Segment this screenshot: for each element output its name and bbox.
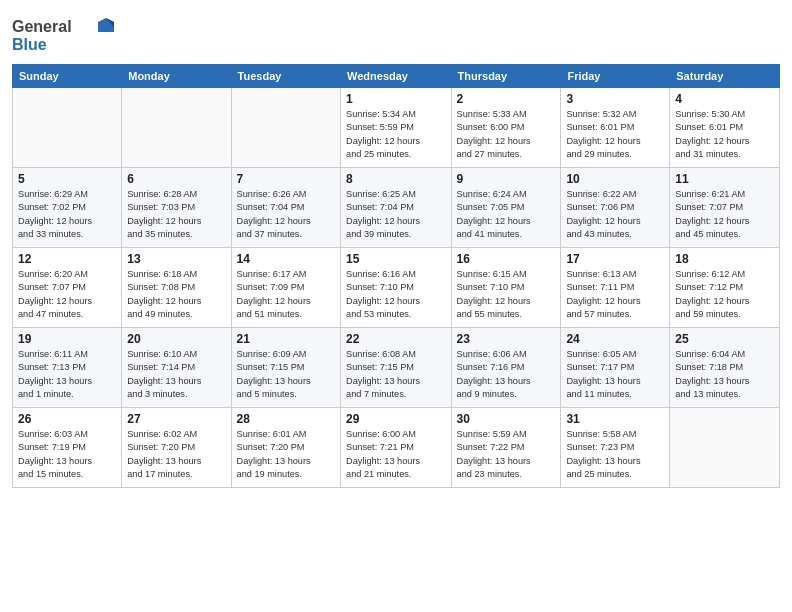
- calendar-cell: 18Sunrise: 6:12 AMSunset: 7:12 PMDayligh…: [670, 248, 780, 328]
- day-info: Sunrise: 6:08 AMSunset: 7:15 PMDaylight:…: [346, 348, 446, 401]
- day-number: 9: [457, 172, 556, 186]
- calendar-cell: 23Sunrise: 6:06 AMSunset: 7:16 PMDayligh…: [451, 328, 561, 408]
- calendar-cell: 13Sunrise: 6:18 AMSunset: 7:08 PMDayligh…: [122, 248, 231, 328]
- calendar-cell: [13, 88, 122, 168]
- day-info: Sunrise: 6:20 AMSunset: 7:07 PMDaylight:…: [18, 268, 116, 321]
- day-info: Sunrise: 6:09 AMSunset: 7:15 PMDaylight:…: [237, 348, 335, 401]
- svg-text:Blue: Blue: [12, 36, 47, 53]
- day-info: Sunrise: 6:26 AMSunset: 7:04 PMDaylight:…: [237, 188, 335, 241]
- day-number: 10: [566, 172, 664, 186]
- day-number: 6: [127, 172, 225, 186]
- weekday-header-row: SundayMondayTuesdayWednesdayThursdayFrid…: [13, 65, 780, 88]
- calendar-cell: 21Sunrise: 6:09 AMSunset: 7:15 PMDayligh…: [231, 328, 340, 408]
- day-number: 27: [127, 412, 225, 426]
- day-number: 15: [346, 252, 446, 266]
- calendar-cell: 29Sunrise: 6:00 AMSunset: 7:21 PMDayligh…: [341, 408, 452, 488]
- day-info: Sunrise: 6:22 AMSunset: 7:06 PMDaylight:…: [566, 188, 664, 241]
- day-info: Sunrise: 6:12 AMSunset: 7:12 PMDaylight:…: [675, 268, 774, 321]
- calendar-cell: 5Sunrise: 6:29 AMSunset: 7:02 PMDaylight…: [13, 168, 122, 248]
- calendar-cell: 16Sunrise: 6:15 AMSunset: 7:10 PMDayligh…: [451, 248, 561, 328]
- day-number: 28: [237, 412, 335, 426]
- day-info: Sunrise: 6:25 AMSunset: 7:04 PMDaylight:…: [346, 188, 446, 241]
- day-info: Sunrise: 6:06 AMSunset: 7:16 PMDaylight:…: [457, 348, 556, 401]
- day-number: 11: [675, 172, 774, 186]
- week-row-3: 12Sunrise: 6:20 AMSunset: 7:07 PMDayligh…: [13, 248, 780, 328]
- calendar-cell: [231, 88, 340, 168]
- day-info: Sunrise: 6:17 AMSunset: 7:09 PMDaylight:…: [237, 268, 335, 321]
- calendar-cell: 27Sunrise: 6:02 AMSunset: 7:20 PMDayligh…: [122, 408, 231, 488]
- day-number: 29: [346, 412, 446, 426]
- day-info: Sunrise: 5:32 AMSunset: 6:01 PMDaylight:…: [566, 108, 664, 161]
- day-number: 31: [566, 412, 664, 426]
- week-row-4: 19Sunrise: 6:11 AMSunset: 7:13 PMDayligh…: [13, 328, 780, 408]
- weekday-header-wednesday: Wednesday: [341, 65, 452, 88]
- calendar-cell: 28Sunrise: 6:01 AMSunset: 7:20 PMDayligh…: [231, 408, 340, 488]
- calendar-cell: 9Sunrise: 6:24 AMSunset: 7:05 PMDaylight…: [451, 168, 561, 248]
- day-number: 7: [237, 172, 335, 186]
- day-info: Sunrise: 6:24 AMSunset: 7:05 PMDaylight:…: [457, 188, 556, 241]
- calendar-cell: 26Sunrise: 6:03 AMSunset: 7:19 PMDayligh…: [13, 408, 122, 488]
- svg-text:General: General: [12, 18, 72, 35]
- day-number: 25: [675, 332, 774, 346]
- week-row-5: 26Sunrise: 6:03 AMSunset: 7:19 PMDayligh…: [13, 408, 780, 488]
- calendar-cell: 1Sunrise: 5:34 AMSunset: 5:59 PMDaylight…: [341, 88, 452, 168]
- day-number: 4: [675, 92, 774, 106]
- calendar-cell: [670, 408, 780, 488]
- calendar-cell: 12Sunrise: 6:20 AMSunset: 7:07 PMDayligh…: [13, 248, 122, 328]
- day-info: Sunrise: 6:11 AMSunset: 7:13 PMDaylight:…: [18, 348, 116, 401]
- week-row-2: 5Sunrise: 6:29 AMSunset: 7:02 PMDaylight…: [13, 168, 780, 248]
- day-number: 24: [566, 332, 664, 346]
- day-number: 20: [127, 332, 225, 346]
- day-number: 22: [346, 332, 446, 346]
- logo-text: General Blue: [12, 14, 122, 60]
- day-info: Sunrise: 6:04 AMSunset: 7:18 PMDaylight:…: [675, 348, 774, 401]
- calendar-cell: 8Sunrise: 6:25 AMSunset: 7:04 PMDaylight…: [341, 168, 452, 248]
- day-number: 5: [18, 172, 116, 186]
- calendar-cell: 25Sunrise: 6:04 AMSunset: 7:18 PMDayligh…: [670, 328, 780, 408]
- calendar-table: SundayMondayTuesdayWednesdayThursdayFrid…: [12, 64, 780, 488]
- weekday-header-monday: Monday: [122, 65, 231, 88]
- calendar-cell: 17Sunrise: 6:13 AMSunset: 7:11 PMDayligh…: [561, 248, 670, 328]
- calendar-cell: 14Sunrise: 6:17 AMSunset: 7:09 PMDayligh…: [231, 248, 340, 328]
- day-number: 19: [18, 332, 116, 346]
- weekday-header-friday: Friday: [561, 65, 670, 88]
- day-number: 13: [127, 252, 225, 266]
- day-info: Sunrise: 6:05 AMSunset: 7:17 PMDaylight:…: [566, 348, 664, 401]
- day-info: Sunrise: 6:10 AMSunset: 7:14 PMDaylight:…: [127, 348, 225, 401]
- calendar-cell: 2Sunrise: 5:33 AMSunset: 6:00 PMDaylight…: [451, 88, 561, 168]
- calendar-cell: 30Sunrise: 5:59 AMSunset: 7:22 PMDayligh…: [451, 408, 561, 488]
- weekday-header-sunday: Sunday: [13, 65, 122, 88]
- day-info: Sunrise: 5:33 AMSunset: 6:00 PMDaylight:…: [457, 108, 556, 161]
- header-area: General Blue: [12, 10, 780, 60]
- calendar-cell: 19Sunrise: 6:11 AMSunset: 7:13 PMDayligh…: [13, 328, 122, 408]
- day-number: 2: [457, 92, 556, 106]
- weekday-header-thursday: Thursday: [451, 65, 561, 88]
- day-info: Sunrise: 5:34 AMSunset: 5:59 PMDaylight:…: [346, 108, 446, 161]
- calendar-cell: 4Sunrise: 5:30 AMSunset: 6:01 PMDaylight…: [670, 88, 780, 168]
- day-info: Sunrise: 5:30 AMSunset: 6:01 PMDaylight:…: [675, 108, 774, 161]
- day-number: 16: [457, 252, 556, 266]
- day-number: 18: [675, 252, 774, 266]
- day-info: Sunrise: 5:58 AMSunset: 7:23 PMDaylight:…: [566, 428, 664, 481]
- calendar-cell: [122, 88, 231, 168]
- day-number: 12: [18, 252, 116, 266]
- day-info: Sunrise: 6:16 AMSunset: 7:10 PMDaylight:…: [346, 268, 446, 321]
- day-info: Sunrise: 6:28 AMSunset: 7:03 PMDaylight:…: [127, 188, 225, 241]
- logo: General Blue: [12, 14, 122, 60]
- calendar-cell: 24Sunrise: 6:05 AMSunset: 7:17 PMDayligh…: [561, 328, 670, 408]
- day-info: Sunrise: 6:02 AMSunset: 7:20 PMDaylight:…: [127, 428, 225, 481]
- day-info: Sunrise: 6:03 AMSunset: 7:19 PMDaylight:…: [18, 428, 116, 481]
- day-number: 14: [237, 252, 335, 266]
- day-info: Sunrise: 6:13 AMSunset: 7:11 PMDaylight:…: [566, 268, 664, 321]
- day-number: 30: [457, 412, 556, 426]
- weekday-header-saturday: Saturday: [670, 65, 780, 88]
- calendar-cell: 11Sunrise: 6:21 AMSunset: 7:07 PMDayligh…: [670, 168, 780, 248]
- weekday-header-tuesday: Tuesday: [231, 65, 340, 88]
- day-info: Sunrise: 6:18 AMSunset: 7:08 PMDaylight:…: [127, 268, 225, 321]
- day-number: 8: [346, 172, 446, 186]
- day-number: 3: [566, 92, 664, 106]
- day-info: Sunrise: 6:00 AMSunset: 7:21 PMDaylight:…: [346, 428, 446, 481]
- day-info: Sunrise: 6:29 AMSunset: 7:02 PMDaylight:…: [18, 188, 116, 241]
- svg-marker-1: [98, 18, 114, 32]
- calendar-cell: 15Sunrise: 6:16 AMSunset: 7:10 PMDayligh…: [341, 248, 452, 328]
